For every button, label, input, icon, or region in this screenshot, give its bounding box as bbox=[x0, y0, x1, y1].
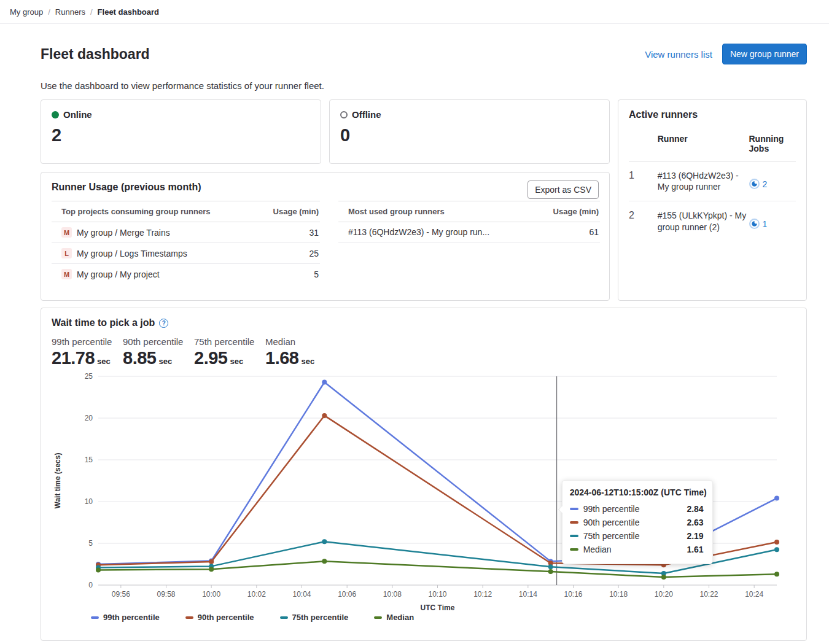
running-jobs-count[interactable]: 1 bbox=[763, 219, 768, 229]
x-tick-label: 10:14 bbox=[519, 590, 537, 599]
runner-name: #113 (6QHdzW2e3) - My group runner bbox=[658, 161, 749, 201]
data-point[interactable] bbox=[548, 564, 553, 569]
status-running-icon bbox=[749, 219, 760, 229]
breadcrumb-separator: / bbox=[48, 7, 50, 17]
wait-time-stats: 99th percentile 21.78sec 90th percentile… bbox=[52, 336, 796, 368]
x-tick-label: 10:08 bbox=[383, 590, 402, 599]
tooltip-series-chip bbox=[570, 548, 578, 551]
legend-chip bbox=[374, 616, 382, 619]
tooltip-series-value: 2.19 bbox=[687, 531, 703, 541]
chart-tooltip: 2024-06-12T10:15:00Z (UTC Time) 99th per… bbox=[562, 480, 713, 564]
project-name: My group / Merge Trains bbox=[77, 228, 170, 238]
runner-name: #113 (6QHdzW2e3) - My group run... bbox=[338, 222, 545, 242]
column-header-usage-min: Usage (min) bbox=[265, 201, 320, 222]
data-point[interactable] bbox=[96, 568, 101, 573]
tooltip-row: Median1.61 bbox=[570, 543, 704, 556]
tooltip-series-name: Median bbox=[583, 545, 612, 554]
x-tick-label: 10:02 bbox=[247, 590, 266, 599]
stat-label: Median bbox=[265, 336, 337, 347]
tooltip-series-value: 2.84 bbox=[687, 504, 703, 514]
x-tick-label: 10:04 bbox=[292, 590, 311, 599]
data-point[interactable] bbox=[774, 547, 779, 552]
online-card-header: Online bbox=[52, 109, 310, 120]
tooltip-series-name: 75th percentile bbox=[583, 531, 640, 541]
stat-label: 75th percentile bbox=[194, 336, 265, 347]
online-label: Online bbox=[63, 109, 92, 120]
export-csv-button[interactable]: Export as CSV bbox=[527, 180, 599, 199]
legend-chip bbox=[185, 616, 193, 619]
page-content: Fleet dashboard View runners list New gr… bbox=[0, 24, 829, 641]
data-point[interactable] bbox=[322, 539, 327, 544]
stat-median: Median 1.68sec bbox=[265, 336, 337, 368]
project-avatar: M bbox=[61, 227, 72, 238]
wait-time-title: Wait time to pick a job bbox=[52, 317, 155, 328]
help-icon[interactable]: ? bbox=[159, 319, 168, 328]
cards-grid: Online 2 Offline 0 Active runners Runner… bbox=[41, 99, 807, 301]
tooltip-row: 75th percentile2.19 bbox=[570, 529, 704, 543]
tooltip-series-chip bbox=[570, 521, 578, 524]
data-point[interactable] bbox=[774, 496, 779, 501]
usage-value: 31 bbox=[265, 222, 320, 243]
most-used-runners-table: Most used group runners Usage (min) #113… bbox=[338, 201, 600, 242]
top-projects-table: Top projects consuming group runners Usa… bbox=[52, 201, 320, 284]
x-tick-label: 09:56 bbox=[112, 590, 130, 599]
runner-index: 2 bbox=[629, 201, 658, 241]
offline-count: 0 bbox=[340, 125, 599, 145]
legend-item-99th-percentile[interactable]: 99th percentile bbox=[91, 613, 160, 622]
breadcrumb-runners[interactable]: Runners bbox=[55, 7, 85, 17]
y-tick-label: 25 bbox=[85, 372, 93, 381]
status-running-icon bbox=[749, 179, 760, 189]
new-group-runner-button[interactable]: New group runner bbox=[722, 44, 807, 64]
x-tick-label: 10:10 bbox=[428, 590, 446, 599]
project-name: My group / My project bbox=[77, 270, 160, 279]
data-point[interactable] bbox=[548, 569, 553, 574]
legend-item-median[interactable]: Median bbox=[374, 613, 414, 622]
tooltip-rows: 99th percentile2.8490th percentile2.6375… bbox=[570, 502, 704, 556]
running-jobs-count[interactable]: 2 bbox=[763, 179, 768, 189]
usage-value: 5 bbox=[265, 264, 320, 285]
chart-legend: 99th percentile90th percentile75th perce… bbox=[91, 613, 414, 622]
stat-unit: sec bbox=[230, 357, 243, 366]
stat-value: 21.78 bbox=[52, 348, 95, 368]
active-runners-title: Active runners bbox=[629, 109, 796, 120]
y-tick-label: 10 bbox=[85, 497, 93, 506]
data-point[interactable] bbox=[209, 567, 214, 572]
breadcrumb-my-group[interactable]: My group bbox=[10, 7, 43, 17]
data-point[interactable] bbox=[322, 559, 327, 564]
tooltip-row: 99th percentile2.84 bbox=[570, 502, 704, 516]
legend-item-75th-percentile[interactable]: 75th percentile bbox=[280, 613, 349, 622]
legend-chip bbox=[91, 616, 99, 619]
data-point[interactable] bbox=[774, 540, 779, 545]
x-tick-label: 10:24 bbox=[745, 590, 763, 599]
breadcrumb-current: Fleet dashboard bbox=[98, 7, 159, 17]
offline-card-header: Offline bbox=[340, 109, 599, 120]
running-jobs-cell: 2 bbox=[749, 179, 796, 189]
wait-time-chart[interactable]: 051015202509:5609:5810:0010:0210:0410:06… bbox=[52, 372, 796, 633]
x-tick-label: 10:12 bbox=[473, 590, 492, 599]
data-point[interactable] bbox=[209, 559, 214, 564]
legend-label: 99th percentile bbox=[103, 613, 160, 622]
data-point[interactable] bbox=[322, 380, 327, 385]
data-point[interactable] bbox=[322, 413, 327, 418]
x-tick-label: 10:16 bbox=[564, 590, 582, 599]
column-header-most-used: Most used group runners bbox=[338, 201, 545, 222]
stat-unit: sec bbox=[97, 357, 111, 366]
y-tick-label: 15 bbox=[85, 456, 93, 464]
y-tick-label: 0 bbox=[88, 581, 93, 589]
tooltip-series-value: 1.61 bbox=[687, 545, 703, 554]
y-axis-label: Wait time (secs) bbox=[53, 453, 62, 509]
legend-item-90th-percentile[interactable]: 90th percentile bbox=[185, 613, 254, 622]
usage-value: 25 bbox=[265, 243, 320, 264]
active-runners-table: Runner Running Jobs 1 #113 (6QHdzW2e3) -… bbox=[629, 129, 796, 241]
y-tick-label: 20 bbox=[85, 414, 93, 422]
data-point[interactable] bbox=[661, 575, 666, 580]
view-runners-list-link[interactable]: View runners list bbox=[645, 49, 712, 60]
legend-label: 75th percentile bbox=[292, 613, 349, 622]
stat-unit: sec bbox=[301, 357, 314, 366]
tooltip-series-name: 90th percentile bbox=[583, 518, 640, 527]
runner-name: #155 (ULkKYpkpt) - My group runner (2) bbox=[658, 201, 749, 241]
column-header-top-projects: Top projects consuming group runners bbox=[52, 201, 265, 222]
tooltip-series-name: 99th percentile bbox=[583, 504, 640, 514]
usage-value: 61 bbox=[545, 222, 600, 242]
data-point[interactable] bbox=[774, 572, 779, 576]
